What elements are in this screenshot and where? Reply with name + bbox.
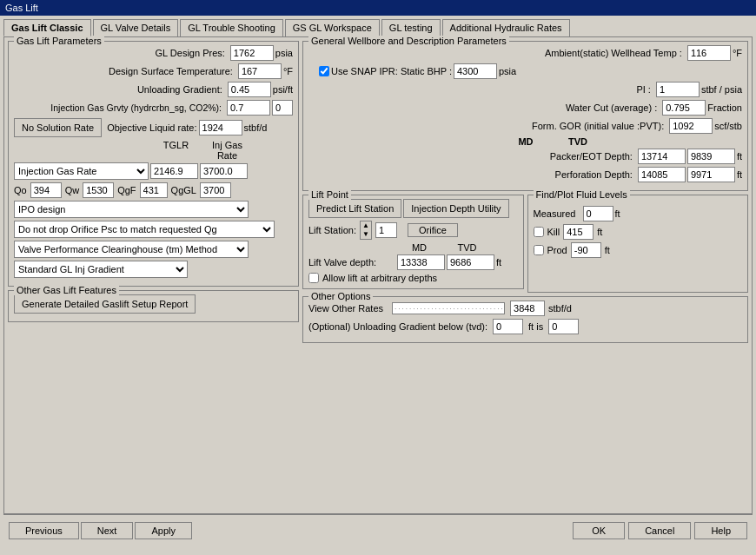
measured-row: Measured 0 ft (534, 206, 743, 221)
slider-track[interactable]: ········································… (392, 302, 505, 314)
injection-gas-dropdown[interactable]: Injection Gas Rate (14, 162, 149, 180)
injection-gas-grvty-label: Injection Gas Grvty (hydrcrbn_sg, CO2%): (14, 102, 225, 113)
ambient-temp-row: Ambient(static) Wellhead Temp : 116 °F (308, 45, 742, 61)
ambient-temp-input[interactable]: 116 (687, 45, 731, 61)
lift-station-label: Lift Station: (308, 225, 356, 235)
form-gor-input[interactable]: 1092 (669, 118, 713, 134)
other-options-group: Other Options View Other Rates ·········… (302, 296, 748, 343)
qo-input[interactable]: 394 (30, 182, 62, 198)
kill-label: Kill (547, 227, 560, 237)
generate-report-button[interactable]: Generate Detailed Gaslift Setup Report (14, 294, 196, 314)
measured-input[interactable]: 0 (583, 206, 613, 221)
kill-unit: ft (597, 227, 602, 237)
tglr-header: TGLR Inj Gas Rate (14, 140, 293, 161)
gas-lift-parameters-title: Gas Lift Parameters (14, 36, 104, 46)
solution-rate-row: No Solution Rate Objective Liquid rate: … (14, 118, 293, 137)
form-gor-unit: scf/stb (714, 121, 742, 131)
dropdown2-select[interactable]: Do not drop Orifice Psc to match request… (14, 221, 275, 238)
general-wellbore-group: General Wellbore and Description Paramet… (302, 41, 748, 191)
kill-input[interactable]: 415 (563, 224, 594, 240)
md-tvd-header-row: MD TVD (308, 136, 742, 147)
other-features-group: Other Gas Lift Features Generate Detaile… (8, 290, 299, 322)
water-cut-row: Water Cut (average) : 0.795 Fraction (308, 100, 742, 116)
measured-label: Measured (534, 208, 581, 219)
injection-depth-button[interactable]: Injection Depth Utility (403, 199, 508, 218)
bottom-bar: Previous Next Apply OK Cancel Help (3, 514, 753, 545)
tglr-value-input[interactable]: 2146.9 (150, 163, 198, 179)
previous-button[interactable]: Previous (9, 522, 79, 539)
qo-row: Qo 394 Qw 1530 QgF 431 QgGL 3700 (14, 182, 293, 198)
dropdown1-select[interactable]: IPO design (14, 201, 249, 218)
perforation-md-input[interactable]: 14085 (638, 167, 686, 182)
objective-liquid-input[interactable]: 1924 (199, 120, 242, 135)
qw-input[interactable]: 1530 (83, 182, 114, 198)
tab-gs-gl-workspace[interactable]: GS GL Workspace (285, 19, 380, 36)
predict-lift-station-button[interactable]: Predict Lift Station (308, 199, 401, 218)
lift-valve-tvd-input[interactable]: 9686 (447, 254, 494, 270)
next-button[interactable]: Next (81, 522, 134, 539)
lift-point-title: Lift Point (308, 189, 351, 200)
injection-gas-grvty-input2[interactable]: 0 (272, 100, 293, 116)
gl-design-pres-input[interactable]: 1762 (230, 45, 274, 61)
gl-design-pres-row: GL Design Pres: 1762 psia (14, 45, 293, 61)
lift-valve-depth-label: Lift Valve depth: (308, 257, 395, 268)
snap-ipr-unit: psia (499, 66, 516, 76)
tab-gl-valve-details[interactable]: GL Valve Details (93, 19, 179, 36)
design-surface-temp-input[interactable]: 167 (238, 63, 282, 79)
gl-design-pres-unit: psia (275, 48, 293, 58)
lift-station-spinner[interactable]: ▲ ▼ (360, 221, 372, 240)
snap-ipr-label: Use SNAP IPR: Static BHP : (331, 66, 452, 76)
dropdown4-select[interactable]: Standard GL Inj Gradient (14, 261, 188, 278)
optional-label: (Optional) Unloading Gradient below (tvd… (308, 321, 487, 332)
inj-gas-rate-input[interactable]: 3700.0 (200, 163, 248, 179)
lift-point-section: Lift Point Predict Lift Station Injectio… (302, 195, 748, 293)
generate-report-row: Generate Detailed Gaslift Setup Report (14, 294, 293, 314)
pi-input[interactable]: 1 (656, 82, 700, 97)
design-surface-temp-unit: °F (283, 66, 293, 76)
no-solution-rate-button[interactable]: No Solution Rate (14, 118, 102, 137)
ok-button[interactable]: OK (573, 522, 625, 539)
tvd-header: TVD (552, 136, 604, 147)
allow-lift-checkbox[interactable] (308, 273, 319, 283)
prod-checkbox[interactable] (534, 245, 544, 255)
kill-checkbox[interactable] (534, 227, 544, 237)
tab-gas-lift-classic[interactable]: Gas Lift Classic (3, 19, 91, 36)
water-cut-input[interactable]: 0.795 (662, 100, 706, 116)
prod-input[interactable]: -90 (571, 242, 601, 258)
general-wellbore-title: General Wellbore and Description Paramet… (308, 36, 509, 46)
qgf-input[interactable]: 431 (140, 182, 168, 198)
lift-valve-md-input[interactable]: 13338 (397, 254, 445, 270)
apply-button[interactable]: Apply (135, 522, 192, 539)
tab-gl-testing[interactable]: GL testing (381, 19, 441, 36)
injection-gas-grvty-input1[interactable]: 0.7 (227, 100, 270, 116)
injection-gas-grvty-row: Injection Gas Grvty (hydrcrbn_sg, CO2%):… (14, 100, 293, 116)
packer-md-input[interactable]: 13714 (638, 149, 686, 164)
dropdown3-select[interactable]: Valve Performance Clearinghouse (tm) Met… (14, 241, 249, 258)
tab-gl-trouble-shooting[interactable]: GL Trouble Shooting (180, 19, 283, 36)
unloading-gradient-input[interactable]: 0.45 (228, 82, 271, 97)
packer-tvd-input[interactable]: 9839 (687, 149, 735, 164)
cancel-button[interactable]: Cancel (628, 522, 691, 539)
slider-value-input[interactable]: 3848 (510, 301, 545, 316)
perforation-tvd-input[interactable]: 9971 (687, 167, 735, 182)
qgf-label: QgF (117, 185, 136, 195)
design-surface-temp-label: Design Surface Temperature: (14, 66, 236, 76)
unloading-gradient-unit: psi/ft (273, 84, 293, 95)
slider-unit: stbf/d (548, 303, 572, 314)
optional-value2-input[interactable]: 0 (548, 319, 579, 334)
snap-ipr-checkbox[interactable] (319, 66, 329, 76)
view-other-rates-label: View Other Rates (308, 303, 383, 314)
snap-ipr-input[interactable]: 4300 (454, 63, 497, 79)
tab-additional-hydraulic-rates[interactable]: Additional Hydraulic Rates (442, 19, 570, 36)
lift-station-input[interactable]: 1 (375, 222, 397, 238)
design-surface-temp-row: Design Surface Temperature: 167 °F (14, 63, 293, 79)
perforation-unit: ft (737, 169, 742, 180)
bottom-left-buttons: Previous Next Apply (9, 522, 192, 539)
lift-valve-unit: ft (496, 257, 501, 268)
help-button[interactable]: Help (694, 522, 747, 539)
optional-value1-input[interactable]: 0 (493, 319, 523, 334)
pi-unit: stbf / psia (701, 84, 742, 95)
dropdown3-row: Valve Performance Clearinghouse (tm) Met… (14, 241, 293, 258)
qggl-input[interactable]: 3700 (200, 182, 231, 198)
content-area: Gas Lift Parameters GL Design Pres: 1762… (3, 36, 753, 514)
